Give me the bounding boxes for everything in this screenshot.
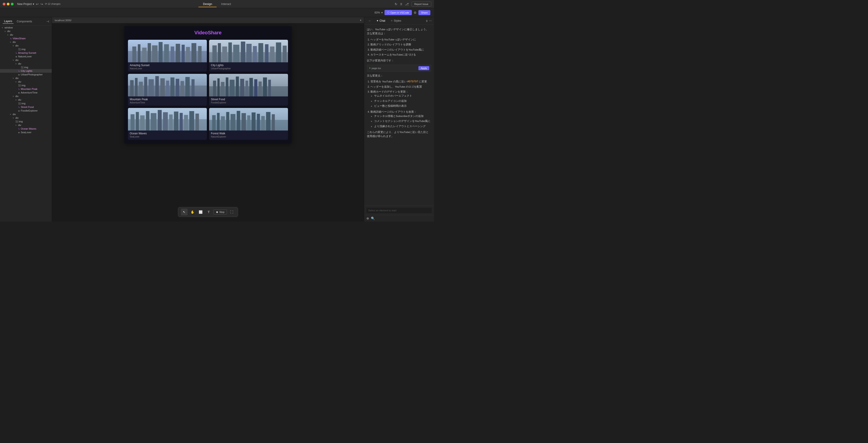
more-options-button[interactable]: ⋯	[429, 19, 432, 22]
tree-item-div-6[interactable]: ▾ div	[0, 62, 52, 66]
svg-rect-37	[155, 76, 159, 96]
tree-item-window[interactable]: ▾ window	[0, 26, 52, 29]
svg-rect-6	[152, 45, 158, 62]
tree-item-div-4[interactable]: ▾ div	[0, 44, 52, 47]
share-button[interactable]: Share	[418, 10, 430, 15]
titlebar-tabs: Design Interact	[198, 1, 236, 7]
chat-input[interactable]: Select an element to start	[366, 208, 432, 213]
rpanel-actions: ⧖ ⋯	[426, 19, 432, 22]
tree-item-city-lights[interactable]: ↳ City Lights	[0, 69, 52, 73]
tree-item-mountain-peak[interactable]: ↳ Mountain Peak	[0, 87, 52, 91]
tree-item-div-11[interactable]: ▾ div	[0, 112, 52, 116]
video-card-6[interactable]: Forest Walk NatureExplorer	[209, 108, 288, 140]
apply-button[interactable]: Apply	[418, 66, 429, 70]
tree-item-div-2[interactable]: ▾ div	[0, 33, 52, 37]
chat-footer: Select an element to start	[364, 206, 434, 215]
tree-item-img-3[interactable]: ⬛ img	[0, 83, 52, 87]
svg-rect-77	[212, 115, 216, 131]
undo-button[interactable]: ↩	[36, 2, 39, 6]
tab-design[interactable]: Design	[198, 1, 217, 7]
svg-rect-32	[130, 80, 134, 96]
app-title: VideoShare	[124, 30, 291, 36]
tab-styles[interactable]: ✧ Styles	[389, 19, 403, 23]
canvas-viewport: VideoShare	[124, 26, 291, 143]
svg-rect-4	[142, 48, 147, 62]
tree-item-div-3[interactable]: ▾ div	[0, 40, 52, 44]
history-icon[interactable]: ⧖	[400, 2, 402, 6]
maximize-button[interactable]	[11, 3, 13, 5]
report-issue-button[interactable]: Report Issue	[411, 2, 431, 6]
sidebar-collapse-button[interactable]: ⊣	[46, 20, 49, 23]
open-vscode-button[interactable]: ⬡ Open in VSCode	[384, 10, 412, 15]
traffic-lights	[3, 3, 13, 5]
refresh-icon[interactable]: ↻	[395, 2, 397, 6]
svg-rect-27	[270, 46, 274, 62]
tree-item-urbanphotographer[interactable]: ◈ UrbanPhotographer	[0, 73, 52, 76]
tree-item-img-4[interactable]: ⬛ img	[0, 102, 52, 105]
svg-rect-67	[158, 110, 162, 131]
video-card-5[interactable]: Ocean Waves SeaLover	[128, 108, 207, 140]
svg-rect-18	[218, 43, 221, 62]
video-card-4[interactable]: Street Food FoodieExplorer	[209, 74, 288, 106]
tree-item-img-2[interactable]: ▾ ⬛ img	[0, 66, 52, 69]
tree-item-div-8[interactable]: ▾ div	[0, 80, 52, 83]
screen-tool-button[interactable]: ⛶	[228, 209, 235, 215]
chat-sub-3: ビュー数と投稿時間の表示	[374, 104, 431, 108]
tab-chat[interactable]: ✦ Chat	[375, 19, 387, 23]
tab-components[interactable]: Components	[16, 19, 33, 24]
chat-main-changes-label: 主な変更点：	[367, 74, 431, 78]
redo-button[interactable]: ↪	[40, 2, 43, 6]
hand-tool-button[interactable]: ✋	[189, 209, 196, 215]
frame-tool-button[interactable]: ⬜	[197, 209, 204, 215]
tree-item-sealover[interactable]: ◈ SeaLover	[0, 131, 52, 134]
tree-item-div-1[interactable]: ▾ div	[0, 29, 52, 33]
pointer-tool-button[interactable]: ↖	[181, 209, 188, 215]
tree-item-amazing-sunset[interactable]: ↳ Amazing Sunset	[0, 51, 52, 55]
zoom-icon-button[interactable]: ⊕	[366, 216, 369, 220]
svg-rect-35	[144, 77, 147, 96]
zoom-control[interactable]: 60% ▾	[375, 11, 383, 14]
tree-item-ocean-waves[interactable]: ↳ Ocean Waves	[0, 127, 52, 131]
github-icon[interactable]: ⎇	[405, 2, 409, 6]
text-tool-button[interactable]: T	[205, 209, 212, 215]
main-layout: Layers Components ⊣ ▾ window ▾ div ▾ div	[0, 17, 434, 222]
svg-rect-71	[180, 113, 183, 131]
history-icon-button[interactable]: ⧖	[426, 19, 428, 22]
tree-item-div-5[interactable]: ▾ div	[0, 58, 52, 62]
stop-button[interactable]: ⏺ Stop	[213, 209, 227, 214]
svg-rect-82	[237, 111, 240, 131]
tree-item-img-1[interactable]: ▾ ⬛ img	[0, 47, 52, 51]
record-icon: ⏺	[216, 211, 218, 213]
tree-item-adventuretime[interactable]: ◈ AdventureTime	[0, 91, 52, 94]
video-card-1[interactable]: Amazing Sunset NatureLover	[128, 40, 207, 72]
tree-item-div-13[interactable]: ▾ div	[0, 123, 52, 127]
close-button[interactable]	[3, 3, 5, 5]
tree-item-foodieexplorer[interactable]: ◈ FoodieExplorer	[0, 109, 52, 112]
right-panel-collapse-button[interactable]: →	[366, 19, 373, 23]
project-menu-button[interactable]: New Project ▾	[17, 2, 34, 6]
svg-rect-8	[164, 44, 169, 62]
tree-item-img-5[interactable]: ⬛ img	[0, 120, 52, 123]
zoom-label: 60%	[375, 11, 380, 14]
tree-item-naturelover[interactable]: ◈ NatureLover	[0, 55, 52, 58]
svg-rect-85	[252, 112, 255, 131]
tree-item-div-10[interactable]: ▾ div	[0, 98, 52, 102]
tab-interact[interactable]: Interact	[217, 1, 236, 7]
tree-item-street-food[interactable]: ↳ Street Food	[0, 105, 52, 109]
chat-details-list: 背景色を YouTube の黒に近い #0f0f0f に変更 ヘッダーを追加し、…	[370, 79, 431, 128]
img-icon-3: ⬛	[18, 84, 21, 87]
tree-item-div-9[interactable]: ▾ div	[0, 94, 52, 98]
minimize-button[interactable]	[7, 3, 9, 5]
video-card-2[interactable]: City Lights UrbanPhotographer	[209, 40, 288, 72]
settings-icon[interactable]: ⚙	[414, 11, 416, 14]
tree-item-videoshare[interactable]: ↳ VideoShare	[0, 37, 52, 40]
video-info-1: Amazing Sunset NatureLover	[128, 62, 207, 72]
search-icon-button[interactable]: 🔍	[371, 216, 375, 220]
tree-item-div-7[interactable]: ▾ div	[0, 76, 52, 80]
tab-layers[interactable]: Layers	[3, 19, 13, 24]
tree-item-div-12[interactable]: ▾ div	[0, 116, 52, 120]
video-card-3[interactable]: Mountain Peak AdventureTime	[128, 74, 207, 106]
right-panel-tabs: → ✦ Chat ✧ Styles ⧖ ⋯	[364, 17, 434, 25]
chat-following: 以下が変更内容です：	[367, 59, 431, 63]
changes-button[interactable]: ⟳ 12 changes	[45, 2, 61, 5]
